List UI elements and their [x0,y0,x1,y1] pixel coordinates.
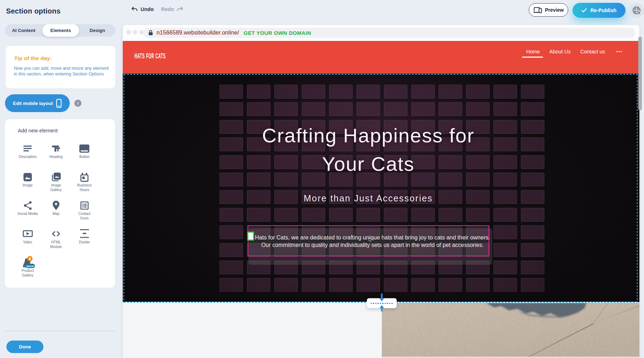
svg-text:SHOP: SHOP [26,265,34,268]
